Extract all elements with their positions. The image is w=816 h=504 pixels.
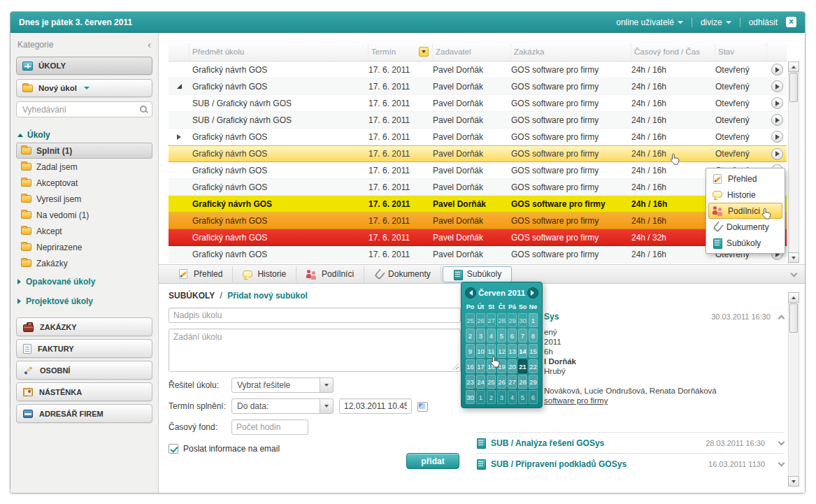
calendar-day[interactable]: 29 bbox=[508, 313, 517, 327]
fund-input[interactable] bbox=[231, 419, 308, 435]
table-row[interactable]: Grafický návrh GOS 17. 6. 2011 Pavel Dor… bbox=[169, 179, 787, 196]
col-zakazka[interactable]: Zakázka bbox=[511, 43, 631, 61]
sidebar-folder-item[interactable]: Na vedomi (1) bbox=[16, 207, 152, 223]
sidebar-group[interactable]: Projektové úkoly bbox=[16, 292, 152, 310]
row-action-button[interactable] bbox=[771, 80, 783, 92]
tab[interactable]: Přehled bbox=[169, 266, 233, 282]
calendar-day[interactable]: 6 bbox=[508, 329, 517, 343]
subtask-body-textarea[interactable] bbox=[169, 329, 461, 372]
bottom-scrollbar[interactable] bbox=[788, 292, 799, 487]
calendar-day[interactable]: 23 bbox=[466, 375, 475, 389]
calendar-day[interactable]: 26 bbox=[476, 313, 485, 327]
calendar-day[interactable]: 13 bbox=[508, 344, 517, 358]
table-row[interactable]: SUB / Grafický návrh GOS 17. 6. 2011 Pav… bbox=[169, 112, 787, 129]
table-scrollbar[interactable] bbox=[788, 62, 799, 263]
table-row[interactable]: Grafický návrh GOS 17. 6. 2011 Pavel Dor… bbox=[169, 129, 787, 145]
calendar-day[interactable]: 25 bbox=[487, 375, 496, 389]
table-row[interactable]: Grafický návrh GOS 17. 6. 2011 Pavel Dor… bbox=[169, 196, 787, 213]
row-action-button[interactable] bbox=[771, 97, 783, 109]
sidebar-section-button[interactable]: ADRESÁŘ FIREM bbox=[16, 404, 152, 423]
calendar-day[interactable]: 2 bbox=[487, 390, 496, 404]
sidebar-folder-item[interactable]: Zadal jsem bbox=[16, 159, 152, 175]
col-termin[interactable]: Termín bbox=[368, 43, 433, 61]
scroll-down-arrow[interactable] bbox=[788, 476, 799, 487]
calendar-day[interactable]: 27 bbox=[487, 313, 496, 327]
select-dropdown-button[interactable] bbox=[320, 377, 334, 393]
scroll-up-arrow[interactable] bbox=[788, 292, 799, 303]
calendar-day[interactable]: 28 bbox=[497, 313, 506, 327]
add-button[interactable]: přidat bbox=[406, 453, 459, 469]
subtask-item[interactable]: SUB / Připravení podkladů GOSys 16.03.20… bbox=[476, 453, 784, 474]
calendar-day[interactable]: 21 bbox=[518, 359, 527, 373]
calendar-day[interactable]: 25 bbox=[466, 313, 475, 327]
tab[interactable]: Podílníci bbox=[296, 266, 364, 282]
select-dropdown-button[interactable] bbox=[320, 398, 334, 414]
calendar-day[interactable]: 1 bbox=[476, 390, 485, 404]
scroll-down-arrow[interactable] bbox=[788, 252, 799, 263]
row-expander-icon[interactable] bbox=[177, 84, 182, 89]
logout-link[interactable]: odhlásit bbox=[749, 17, 778, 27]
calendar-day[interactable]: 2 bbox=[466, 329, 475, 343]
table-row[interactable]: Grafický návrh GOS 17. 6. 2011 Pavel Dor… bbox=[169, 162, 787, 179]
sidebar-section-button[interactable]: NÁSTĚNKA bbox=[16, 382, 152, 401]
expand-chevron-icon[interactable] bbox=[778, 459, 785, 466]
tasks-section-button[interactable]: ÚKOLY bbox=[16, 57, 152, 75]
calendar-day[interactable]: 8 bbox=[529, 329, 538, 343]
table-row[interactable]: Grafický návrh GOS 17. 6. 2011 Pavel Dor… bbox=[169, 246, 787, 263]
sidebar-folder-item[interactable]: Neprirazene bbox=[16, 239, 152, 255]
calendar-day[interactable]: 3 bbox=[497, 390, 506, 404]
tab[interactable]: Historie bbox=[233, 266, 296, 282]
sidebar-folder-item[interactable]: Splnit (1) bbox=[16, 143, 152, 159]
search-icon[interactable] bbox=[139, 105, 148, 114]
calendar-day[interactable]: 4 bbox=[487, 329, 496, 343]
calendar-day[interactable]: 15 bbox=[529, 344, 538, 358]
scroll-thumb[interactable] bbox=[789, 303, 798, 333]
scroll-up-arrow[interactable] bbox=[788, 62, 799, 72]
solver-select[interactable]: Vybrat řešitele bbox=[231, 377, 334, 393]
calendar-day[interactable]: 9 bbox=[466, 344, 475, 358]
division-menu[interactable]: divize bbox=[701, 17, 731, 27]
calendar-day[interactable]: 30 bbox=[518, 313, 527, 327]
calendar-day[interactable]: 4 bbox=[508, 390, 517, 404]
sidebar-folder-item[interactable]: Zakázky bbox=[16, 255, 152, 271]
sidebar-section-button[interactable]: FAKTURY bbox=[16, 339, 152, 358]
context-menu-item[interactable]: Historie bbox=[708, 187, 782, 203]
calendar-day[interactable]: 14 bbox=[518, 344, 527, 358]
collapse-sidebar-icon[interactable]: ‹ bbox=[148, 39, 151, 50]
col-zadavatel[interactable]: Zadavatel bbox=[433, 43, 511, 61]
resize-grip[interactable] bbox=[452, 363, 459, 370]
row-action-button[interactable] bbox=[771, 64, 783, 75]
sidebar-folder-item[interactable]: Vyresil jsem bbox=[16, 191, 152, 207]
deadline-date-input[interactable] bbox=[339, 398, 412, 414]
scroll-thumb[interactable] bbox=[789, 73, 798, 102]
add-subtask-link[interactable]: Přidat nový subúkol bbox=[227, 291, 308, 301]
tree-root-tasks[interactable]: Úkoly bbox=[17, 130, 151, 140]
calendar-day[interactable]: 10 bbox=[476, 344, 485, 358]
calendar-next-button[interactable] bbox=[527, 287, 538, 298]
tab[interactable]: Subúkoly bbox=[443, 266, 512, 282]
collapse-panel-chevron-icon[interactable] bbox=[791, 271, 798, 278]
row-expander-icon[interactable] bbox=[177, 134, 181, 140]
table-row[interactable]: Grafický návrh GOS 17. 6. 2011 Pavel Dor… bbox=[169, 213, 787, 229]
calendar-day[interactable]: 3 bbox=[476, 329, 485, 343]
calendar-day[interactable]: 16 bbox=[466, 359, 475, 373]
sidebar-folder-item[interactable]: Akcept bbox=[16, 223, 152, 239]
expand-chevron-icon[interactable] bbox=[778, 438, 785, 445]
calendar-day[interactable]: 28 bbox=[518, 375, 527, 389]
context-menu-item[interactable]: Subúkoly bbox=[708, 235, 782, 251]
calendar-day[interactable]: 5 bbox=[497, 329, 506, 343]
calendar-day[interactable]: 6 bbox=[529, 390, 538, 404]
calendar-day[interactable]: 5 bbox=[518, 390, 527, 404]
row-action-button[interactable] bbox=[771, 131, 783, 143]
calendar-day[interactable]: 17 bbox=[476, 359, 485, 373]
sidebar-group[interactable]: Opakované úkoly bbox=[16, 273, 152, 291]
deadline-mode-select[interactable]: Do data: bbox=[231, 398, 334, 414]
search-input[interactable] bbox=[16, 101, 152, 117]
col-predmet-ukolu[interactable]: Předmět úkolu bbox=[189, 43, 368, 61]
table-row[interactable]: Grafický návrh GOS 17. 6. 2011 Pavel Dor… bbox=[169, 145, 787, 162]
col-stav[interactable]: Stav bbox=[715, 43, 767, 61]
tab[interactable]: Dokumenty bbox=[364, 266, 441, 282]
col-casovy-fond[interactable]: Časový fond / Čas bbox=[631, 43, 715, 61]
row-action-button[interactable] bbox=[771, 148, 783, 160]
sidebar-folder-item[interactable]: Akceptovat bbox=[16, 175, 152, 191]
